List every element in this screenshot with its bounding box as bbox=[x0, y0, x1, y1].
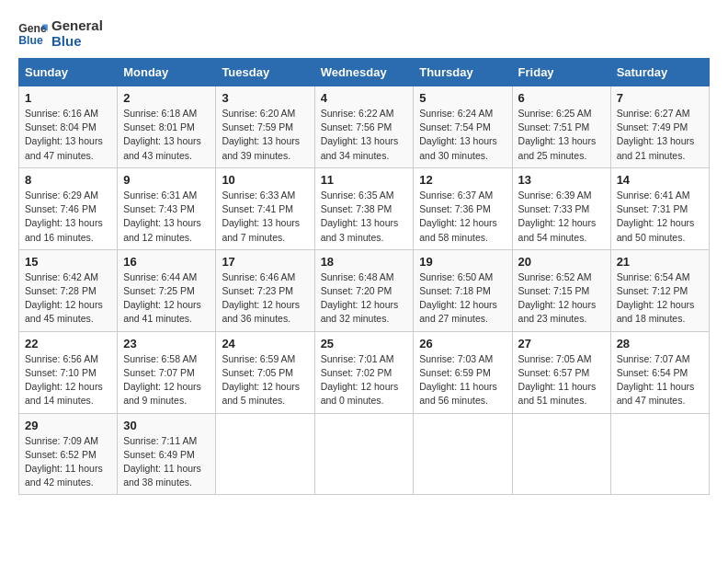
day-number: 10 bbox=[222, 173, 308, 187]
day-number: 6 bbox=[518, 91, 605, 105]
day-info: Sunrise: 6:22 AM Sunset: 7:56 PM Dayligh… bbox=[321, 107, 408, 163]
day-number: 21 bbox=[617, 255, 703, 269]
day-cell: 28 Sunrise: 7:07 AM Sunset: 6:54 PM Dayl… bbox=[610, 331, 709, 413]
col-header-thursday: Thursday bbox=[414, 59, 512, 86]
day-info: Sunrise: 6:25 AM Sunset: 7:51 PM Dayligh… bbox=[518, 107, 605, 163]
day-number: 22 bbox=[25, 337, 111, 350]
day-cell: 15 Sunrise: 6:42 AM Sunset: 7:28 PM Dayl… bbox=[19, 249, 118, 331]
day-cell: 14 Sunrise: 6:41 AM Sunset: 7:31 PM Dayl… bbox=[610, 167, 709, 249]
day-cell bbox=[216, 413, 314, 495]
day-number: 15 bbox=[25, 255, 111, 269]
header: General Blue General Blue bbox=[18, 18, 710, 49]
day-cell: 1 Sunrise: 6:16 AM Sunset: 8:04 PM Dayli… bbox=[19, 86, 118, 168]
day-cell: 6 Sunrise: 6:25 AM Sunset: 7:51 PM Dayli… bbox=[512, 86, 610, 168]
logo-icon: General Blue bbox=[18, 21, 48, 47]
day-number: 4 bbox=[321, 91, 408, 105]
day-number: 17 bbox=[222, 255, 308, 269]
day-cell: 7 Sunrise: 6:27 AM Sunset: 7:49 PM Dayli… bbox=[610, 86, 709, 168]
logo-blue: Blue bbox=[51, 34, 103, 50]
week-row-5: 29 Sunrise: 7:09 AM Sunset: 6:52 PM Dayl… bbox=[19, 413, 710, 495]
week-row-4: 22 Sunrise: 6:56 AM Sunset: 7:10 PM Dayl… bbox=[19, 331, 710, 413]
day-info: Sunrise: 6:58 AM Sunset: 7:07 PM Dayligh… bbox=[123, 352, 210, 408]
day-info: Sunrise: 6:33 AM Sunset: 7:41 PM Dayligh… bbox=[222, 189, 308, 245]
day-cell: 12 Sunrise: 6:37 AM Sunset: 7:36 PM Dayl… bbox=[414, 167, 512, 249]
day-number: 26 bbox=[419, 337, 506, 350]
day-cell: 4 Sunrise: 6:22 AM Sunset: 7:56 PM Dayli… bbox=[314, 86, 414, 168]
day-cell bbox=[314, 413, 414, 495]
day-info: Sunrise: 7:11 AM Sunset: 6:49 PM Dayligh… bbox=[123, 434, 210, 490]
day-number: 8 bbox=[25, 173, 111, 187]
day-cell bbox=[414, 413, 512, 495]
day-cell: 11 Sunrise: 6:35 AM Sunset: 7:38 PM Dayl… bbox=[314, 167, 414, 249]
day-info: Sunrise: 7:09 AM Sunset: 6:52 PM Dayligh… bbox=[25, 434, 111, 490]
week-row-1: 1 Sunrise: 6:16 AM Sunset: 8:04 PM Dayli… bbox=[19, 86, 710, 168]
day-cell: 27 Sunrise: 7:05 AM Sunset: 6:57 PM Dayl… bbox=[512, 331, 610, 413]
day-number: 29 bbox=[25, 419, 111, 432]
day-cell: 19 Sunrise: 6:50 AM Sunset: 7:18 PM Dayl… bbox=[414, 249, 512, 331]
calendar-table: SundayMondayTuesdayWednesdayThursdayFrid… bbox=[18, 58, 710, 495]
day-number: 30 bbox=[123, 419, 210, 432]
col-header-sunday: Sunday bbox=[19, 59, 118, 86]
day-cell: 25 Sunrise: 7:01 AM Sunset: 7:02 PM Dayl… bbox=[314, 331, 414, 413]
col-header-monday: Monday bbox=[118, 59, 216, 86]
day-cell: 20 Sunrise: 6:52 AM Sunset: 7:15 PM Dayl… bbox=[512, 249, 610, 331]
day-cell: 18 Sunrise: 6:48 AM Sunset: 7:20 PM Dayl… bbox=[314, 249, 414, 331]
day-info: Sunrise: 6:35 AM Sunset: 7:38 PM Dayligh… bbox=[321, 189, 408, 245]
day-info: Sunrise: 6:37 AM Sunset: 7:36 PM Dayligh… bbox=[419, 189, 506, 245]
day-info: Sunrise: 6:41 AM Sunset: 7:31 PM Dayligh… bbox=[617, 189, 703, 245]
day-info: Sunrise: 7:07 AM Sunset: 6:54 PM Dayligh… bbox=[617, 352, 703, 408]
day-info: Sunrise: 6:39 AM Sunset: 7:33 PM Dayligh… bbox=[518, 189, 605, 245]
day-cell: 16 Sunrise: 6:44 AM Sunset: 7:25 PM Dayl… bbox=[118, 249, 216, 331]
day-number: 16 bbox=[123, 255, 210, 269]
day-number: 28 bbox=[617, 337, 703, 350]
day-number: 14 bbox=[617, 173, 703, 187]
day-info: Sunrise: 6:59 AM Sunset: 7:05 PM Dayligh… bbox=[222, 352, 308, 408]
day-cell: 8 Sunrise: 6:29 AM Sunset: 7:46 PM Dayli… bbox=[19, 167, 118, 249]
day-cell: 29 Sunrise: 7:09 AM Sunset: 6:52 PM Dayl… bbox=[19, 413, 118, 495]
day-info: Sunrise: 6:29 AM Sunset: 7:46 PM Dayligh… bbox=[25, 189, 111, 245]
day-cell: 17 Sunrise: 6:46 AM Sunset: 7:23 PM Dayl… bbox=[216, 249, 314, 331]
day-number: 7 bbox=[617, 91, 703, 105]
day-cell: 5 Sunrise: 6:24 AM Sunset: 7:54 PM Dayli… bbox=[414, 86, 512, 168]
col-header-wednesday: Wednesday bbox=[314, 59, 414, 86]
day-info: Sunrise: 7:01 AM Sunset: 7:02 PM Dayligh… bbox=[321, 352, 408, 408]
day-info: Sunrise: 6:24 AM Sunset: 7:54 PM Dayligh… bbox=[419, 107, 506, 163]
day-info: Sunrise: 7:05 AM Sunset: 6:57 PM Dayligh… bbox=[518, 352, 605, 408]
day-number: 27 bbox=[518, 337, 605, 350]
col-header-tuesday: Tuesday bbox=[216, 59, 314, 86]
day-cell: 9 Sunrise: 6:31 AM Sunset: 7:43 PM Dayli… bbox=[118, 167, 216, 249]
week-row-3: 15 Sunrise: 6:42 AM Sunset: 7:28 PM Dayl… bbox=[19, 249, 710, 331]
col-header-friday: Friday bbox=[512, 59, 610, 86]
day-info: Sunrise: 7:03 AM Sunset: 6:59 PM Dayligh… bbox=[419, 352, 506, 408]
day-cell bbox=[610, 413, 709, 495]
logo-general: General bbox=[51, 18, 103, 34]
calendar-header-row: SundayMondayTuesdayWednesdayThursdayFrid… bbox=[19, 59, 710, 86]
logo: General Blue General Blue bbox=[18, 18, 103, 49]
day-cell: 10 Sunrise: 6:33 AM Sunset: 7:41 PM Dayl… bbox=[216, 167, 314, 249]
day-number: 19 bbox=[419, 255, 506, 269]
day-info: Sunrise: 6:46 AM Sunset: 7:23 PM Dayligh… bbox=[222, 270, 308, 327]
day-info: Sunrise: 6:44 AM Sunset: 7:25 PM Dayligh… bbox=[123, 270, 210, 327]
day-info: Sunrise: 6:56 AM Sunset: 7:10 PM Dayligh… bbox=[25, 352, 111, 408]
page-container: General Blue General Blue SundayMondayTu… bbox=[18, 18, 710, 495]
day-info: Sunrise: 6:48 AM Sunset: 7:20 PM Dayligh… bbox=[321, 270, 408, 327]
day-cell: 26 Sunrise: 7:03 AM Sunset: 6:59 PM Dayl… bbox=[414, 331, 512, 413]
day-number: 24 bbox=[222, 337, 308, 350]
svg-text:Blue: Blue bbox=[18, 33, 43, 46]
day-number: 12 bbox=[419, 173, 506, 187]
day-number: 25 bbox=[321, 337, 408, 350]
day-info: Sunrise: 6:42 AM Sunset: 7:28 PM Dayligh… bbox=[25, 270, 111, 327]
day-info: Sunrise: 6:18 AM Sunset: 8:01 PM Dayligh… bbox=[123, 107, 210, 163]
day-number: 11 bbox=[321, 173, 408, 187]
day-number: 20 bbox=[518, 255, 605, 269]
day-cell: 2 Sunrise: 6:18 AM Sunset: 8:01 PM Dayli… bbox=[118, 86, 216, 168]
day-cell: 23 Sunrise: 6:58 AM Sunset: 7:07 PM Dayl… bbox=[118, 331, 216, 413]
day-cell: 22 Sunrise: 6:56 AM Sunset: 7:10 PM Dayl… bbox=[19, 331, 118, 413]
day-number: 23 bbox=[123, 337, 210, 350]
day-info: Sunrise: 6:16 AM Sunset: 8:04 PM Dayligh… bbox=[25, 107, 111, 163]
day-number: 9 bbox=[123, 173, 210, 187]
day-number: 13 bbox=[518, 173, 605, 187]
day-info: Sunrise: 6:52 AM Sunset: 7:15 PM Dayligh… bbox=[518, 270, 605, 327]
day-number: 18 bbox=[321, 255, 408, 269]
week-row-2: 8 Sunrise: 6:29 AM Sunset: 7:46 PM Dayli… bbox=[19, 167, 710, 249]
